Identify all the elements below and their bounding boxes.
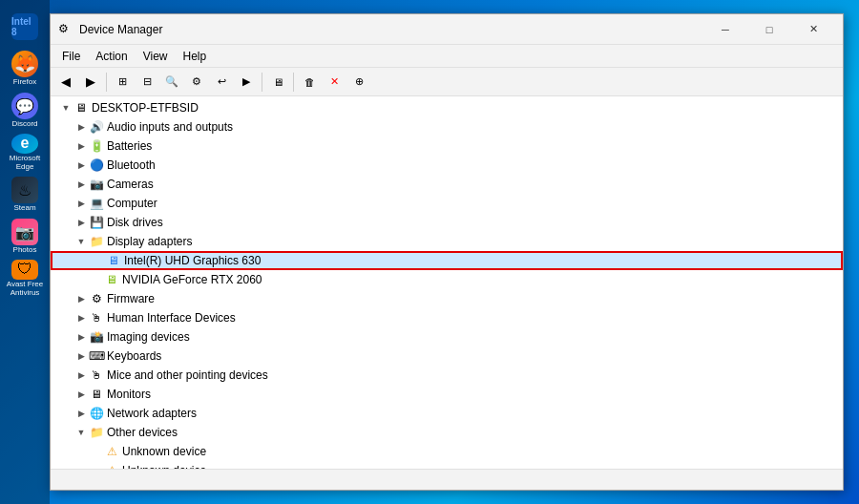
tree-item-batteries[interactable]: ▶ 🔋 Batteries bbox=[51, 136, 843, 156]
expander-computer[interactable]: ▶ bbox=[73, 196, 89, 211]
expander-cameras[interactable]: ▶ bbox=[73, 177, 89, 192]
expander-network[interactable]: ▶ bbox=[73, 406, 89, 421]
imaging-icon: 📸 bbox=[89, 329, 104, 345]
computer-icon: 🖥 bbox=[73, 100, 89, 116]
tree-label-network: Network adapters bbox=[107, 407, 197, 420]
tree-label-disk: Disk drives bbox=[107, 216, 163, 229]
toolbar-btn-2[interactable]: ⊟ bbox=[136, 71, 158, 94]
tree-label-batteries: Batteries bbox=[107, 139, 152, 153]
window-icon: ⚙ bbox=[58, 22, 73, 37]
bluetooth-icon: 🔵 bbox=[89, 158, 104, 173]
toolbar-btn-3[interactable]: 🔍 bbox=[160, 71, 183, 94]
expander-mice[interactable]: ▶ bbox=[73, 368, 89, 383]
tree-item-monitors[interactable]: ▶ 🖥 Monitors bbox=[51, 385, 843, 404]
expander-disk[interactable]: ▶ bbox=[73, 215, 89, 230]
unknown1-icon: ⚠ bbox=[104, 444, 119, 459]
toolbar-btn-5[interactable]: ↩ bbox=[210, 71, 233, 94]
minimize-button[interactable]: ─ bbox=[703, 14, 747, 45]
tree-item-imaging[interactable]: ▶ 📸 Imaging devices bbox=[51, 327, 843, 346]
expander-imaging[interactable]: ▶ bbox=[73, 329, 89, 345]
taskbar-intel[interactable]: Intel 8 bbox=[6, 8, 44, 46]
menu-view[interactable]: View bbox=[136, 47, 176, 66]
battery-icon: 🔋 bbox=[89, 138, 104, 154]
expander-display[interactable]: ▼ bbox=[73, 234, 89, 249]
tree-item-other[interactable]: ▼ 📁 Other devices bbox=[51, 423, 843, 442]
tree-item-audio[interactable]: ▶ 🔊 Audio inputs and outputs bbox=[51, 117, 843, 136]
tree-label-audio: Audio inputs and outputs bbox=[107, 120, 233, 134]
close-button[interactable]: ✕ bbox=[791, 14, 835, 45]
expander-other[interactable]: ▼ bbox=[73, 425, 89, 440]
maximize-button[interactable]: □ bbox=[747, 14, 791, 45]
tree-item-bluetooth[interactable]: ▶ 🔵 Bluetooth bbox=[51, 156, 843, 175]
taskbar: Intel 8 🦊 Firefox 💬 Discord e Microsoft … bbox=[0, 0, 50, 504]
taskbar-photos[interactable]: 📷 Photos bbox=[6, 218, 44, 256]
tree-label-bluetooth: Bluetooth bbox=[107, 158, 156, 172]
tree-item-unknown2[interactable]: ▶ ⚠ Unknown device bbox=[51, 461, 843, 469]
mice-icon: 🖱 bbox=[89, 368, 104, 383]
toolbar-btn-6[interactable]: ▶ bbox=[235, 71, 258, 94]
expander-hid[interactable]: ▶ bbox=[73, 310, 89, 326]
toolbar-btn-7[interactable]: 🖥 bbox=[266, 71, 289, 94]
tree-label-imaging: Imaging devices bbox=[107, 330, 190, 344]
toolbar-sep-2 bbox=[262, 73, 262, 92]
window-controls: ─ □ ✕ bbox=[703, 14, 835, 45]
monitor-icon: 🖥 bbox=[106, 253, 121, 268]
tree-label-unknown1: Unknown device bbox=[122, 445, 206, 458]
monitors-icon: 🖥 bbox=[89, 387, 104, 402]
tree-item-disk[interactable]: ▶ 💾 Disk drives bbox=[51, 213, 843, 232]
camera-icon: 📷 bbox=[89, 177, 104, 192]
tree-item-computer[interactable]: ▶ 💻 Computer bbox=[51, 194, 843, 213]
taskbar-edge[interactable]: e Microsoft Edge bbox=[6, 134, 44, 172]
expander-audio[interactable]: ▶ bbox=[73, 119, 89, 135]
expander-bluetooth[interactable]: ▶ bbox=[73, 158, 89, 173]
display-folder-icon: 📁 bbox=[89, 234, 104, 249]
tree-item-firmware[interactable]: ▶ ⚙ Firmware bbox=[51, 289, 843, 308]
tree-label-monitors: Monitors bbox=[107, 388, 151, 401]
tree-label-firmware: Firmware bbox=[107, 292, 155, 305]
network-icon: 🌐 bbox=[89, 406, 104, 421]
tree-label-cameras: Cameras bbox=[107, 178, 154, 191]
taskbar-discord[interactable]: 💬 Discord bbox=[6, 92, 44, 130]
menu-help[interactable]: Help bbox=[176, 47, 215, 66]
expander-root[interactable]: ▼ bbox=[58, 100, 73, 116]
toolbar-sep-1 bbox=[106, 73, 107, 92]
tree-item-keyboards[interactable]: ▶ ⌨ Keyboards bbox=[51, 346, 843, 366]
toolbar-btn-1[interactable]: ⊞ bbox=[111, 71, 134, 94]
taskbar-firefox[interactable]: 🦊 Firefox bbox=[6, 50, 44, 88]
disk-icon: 💾 bbox=[89, 215, 104, 230]
toolbar-btn-add[interactable]: ⊕ bbox=[347, 71, 370, 94]
tree-item-mice[interactable]: ▶ 🖱 Mice and other pointing devices bbox=[51, 366, 843, 385]
menu-file[interactable]: File bbox=[54, 47, 88, 66]
expander-batteries[interactable]: ▶ bbox=[73, 138, 89, 154]
taskbar-steam[interactable]: ♨ Steam bbox=[6, 176, 44, 214]
menu-action[interactable]: Action bbox=[88, 47, 135, 66]
tree-item-intel630[interactable]: ▶ 🖥 Intel(R) UHD Graphics 630 bbox=[51, 251, 843, 270]
tree-label-root: DESKTOP-ETFBSID bbox=[92, 101, 199, 115]
toolbar-btn-remove[interactable]: 🗑 bbox=[298, 71, 321, 94]
tree-item-network[interactable]: ▶ 🌐 Network adapters bbox=[51, 404, 843, 423]
tree-item-hid[interactable]: ▶ 🖱 Human Interface Devices bbox=[51, 308, 843, 327]
back-button[interactable]: ◀ bbox=[54, 71, 77, 94]
expander-monitors[interactable]: ▶ bbox=[73, 387, 89, 402]
tree-item-unknown1[interactable]: ▶ ⚠ Unknown device bbox=[51, 442, 843, 461]
device-tree[interactable]: ▼ 🖥 DESKTOP-ETFBSID ▶ 🔊 Audio inputs and… bbox=[51, 96, 843, 469]
toolbar-sep-3 bbox=[293, 73, 294, 92]
tree-item-nvidia[interactable]: ▶ 🖥 NVIDIA GeForce RTX 2060 bbox=[51, 270, 843, 289]
toolbar-btn-4[interactable]: ⚙ bbox=[185, 71, 208, 94]
window-title: Device Manager bbox=[79, 23, 698, 36]
toolbar-btn-x[interactable]: ✕ bbox=[323, 71, 346, 94]
tree-item-root[interactable]: ▼ 🖥 DESKTOP-ETFBSID bbox=[51, 98, 843, 117]
taskbar-avast[interactable]: 🛡 Avast Free Antivirus bbox=[6, 260, 44, 298]
desktop: Intel 8 🦊 Firefox 💬 Discord e Microsoft … bbox=[0, 0, 859, 504]
tree-item-display[interactable]: ▼ 📁 Display adapters bbox=[51, 232, 843, 251]
tree-label-nvidia: NVIDIA GeForce RTX 2060 bbox=[122, 273, 262, 286]
forward-button[interactable]: ▶ bbox=[79, 71, 102, 94]
title-bar: ⚙ Device Manager ─ □ ✕ bbox=[51, 14, 843, 45]
toolbar: ◀ ▶ ⊞ ⊟ 🔍 ⚙ ↩ ▶ 🖥 🗑 ✕ ⊕ bbox=[51, 68, 843, 96]
expander-keyboards[interactable]: ▶ bbox=[73, 348, 89, 364]
audio-icon: 🔊 bbox=[89, 119, 104, 135]
tree-item-cameras[interactable]: ▶ 📷 Cameras bbox=[51, 175, 843, 194]
tree-label-display: Display adapters bbox=[107, 235, 192, 248]
expander-firmware[interactable]: ▶ bbox=[73, 291, 89, 306]
tree-label-intel630: Intel(R) UHD Graphics 630 bbox=[124, 254, 261, 267]
